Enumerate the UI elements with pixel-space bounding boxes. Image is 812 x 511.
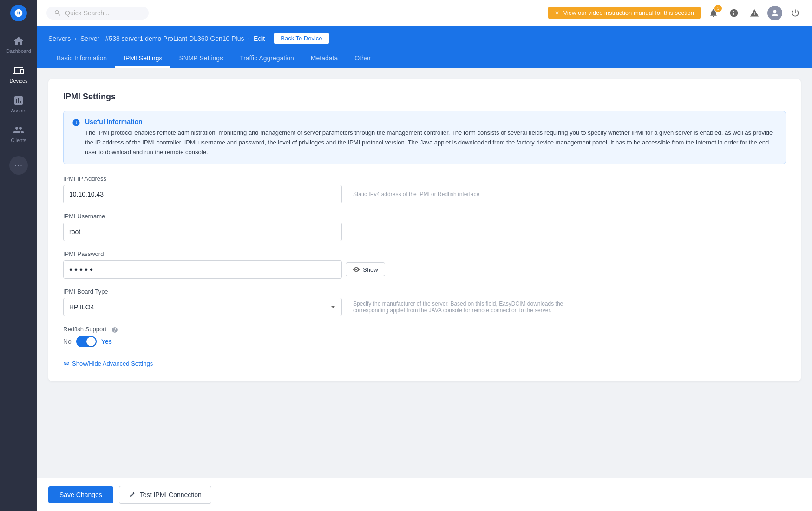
app-logo: [10, 5, 27, 21]
test-ipmi-button[interactable]: Test IPMI Connection: [119, 486, 211, 504]
breadcrumb-sep-2: ›: [248, 35, 250, 42]
video-banner[interactable]: ✕ View our video instruction manual for …: [548, 7, 701, 19]
back-to-device-button[interactable]: Back To Device: [274, 33, 328, 44]
user-avatar[interactable]: [767, 6, 782, 20]
main-content: Quick Search... ✕ View our video instruc…: [37, 0, 812, 511]
toggle-yes-label: Yes: [101, 338, 112, 345]
ipmi-settings-card: IPMI Settings Useful Information The IPM…: [48, 79, 801, 381]
sidebar-item-assets-label: Assets: [11, 108, 26, 113]
video-banner-close[interactable]: ✕: [555, 10, 559, 16]
info-box: Useful Information The IPMI protocol ena…: [63, 111, 786, 164]
breadcrumb-servers[interactable]: Servers: [48, 35, 71, 42]
info-text: The IPMI protocol enables remote adminis…: [85, 128, 777, 157]
sidebar-logo: [0, 0, 37, 26]
breadcrumb-sep-1: ›: [74, 35, 77, 42]
tab-snmp-settings[interactable]: SNMP Settings: [170, 50, 231, 68]
tab-traffic-aggregation[interactable]: Traffic Aggregation: [231, 50, 302, 68]
save-changes-button[interactable]: Save Changes: [48, 486, 113, 503]
ipmi-board-row: HP ILO4 HP ILO3 Dell iDRAC Supermicro Sp…: [63, 298, 786, 316]
ipmi-ip-label: IPMI IP Address: [63, 175, 786, 182]
warning-icon[interactable]: [747, 6, 762, 20]
topbar-right: ✕ View our video instruction manual for …: [548, 6, 803, 20]
notifications-icon[interactable]: 3: [706, 6, 721, 20]
sidebar-nav: Dashboard Devices Assets Clients ···: [0, 26, 37, 175]
redfish-label: Redfish Support: [63, 326, 786, 333]
topbar: Quick Search... ✕ View our video instruc…: [37, 0, 812, 26]
page-title: IPMI Settings: [63, 92, 786, 102]
sidebar-more-button[interactable]: ···: [9, 156, 28, 175]
sidebar: Dashboard Devices Assets Clients ···: [0, 0, 37, 511]
ipmi-password-group: IPMI Password Show: [63, 250, 786, 279]
ipmi-username-label: IPMI Username: [63, 213, 786, 220]
redfish-toggle-row: No Yes: [63, 336, 786, 347]
advanced-settings-link[interactable]: Show/Hide Advanced Settings: [63, 360, 153, 367]
sidebar-item-devices[interactable]: Devices: [0, 59, 37, 89]
ipmi-board-select[interactable]: HP ILO4 HP ILO3 Dell iDRAC Supermicro: [63, 298, 342, 316]
sidebar-item-dashboard-label: Dashboard: [6, 48, 31, 54]
notification-badge: 3: [714, 5, 722, 12]
breadcrumb: Servers › Server - #538 server1.demo Pro…: [48, 33, 801, 44]
video-banner-text: View our video instruction manual for th…: [563, 9, 694, 16]
ipmi-ip-row: Static IPv4 address of the IPMI or Redfi…: [63, 185, 786, 203]
ipmi-ip-hint: Static IPv4 address of the IPMI or Redfi…: [353, 191, 479, 197]
tab-ipmi-settings[interactable]: IPMI Settings: [115, 50, 170, 68]
redfish-help-icon: [111, 327, 118, 333]
sidebar-item-assets[interactable]: Assets: [0, 89, 37, 119]
search-icon: [54, 9, 61, 17]
show-password-button[interactable]: Show: [346, 262, 385, 276]
sidebar-item-clients-label: Clients: [11, 138, 26, 143]
sidebar-item-devices-label: Devices: [9, 78, 27, 84]
info-circle-icon: [72, 118, 80, 157]
ipmi-board-hint: Specify the manufacturer of the server. …: [353, 301, 585, 314]
advanced-settings-text: Show/Hide Advanced Settings: [72, 360, 153, 367]
ipmi-password-label: IPMI Password: [63, 250, 786, 257]
ipmi-username-group: IPMI Username: [63, 213, 786, 241]
toggle-knob: [86, 337, 96, 346]
password-wrapper: Show: [63, 260, 786, 279]
eye-icon: [353, 266, 360, 273]
ipmi-ip-group: IPMI IP Address Static IPv4 address of t…: [63, 175, 786, 203]
search-box[interactable]: Quick Search...: [46, 7, 149, 20]
tabs: Basic Information IPMI Settings SNMP Set…: [48, 50, 801, 68]
sidebar-item-dashboard[interactable]: Dashboard: [0, 30, 37, 59]
tab-other[interactable]: Other: [346, 50, 379, 68]
redfish-toggle[interactable]: [76, 336, 97, 347]
power-icon[interactable]: [788, 6, 803, 20]
search-placeholder: Quick Search...: [65, 9, 110, 17]
tab-basic-information[interactable]: Basic Information: [48, 50, 115, 68]
breadcrumb-edit: Edit: [254, 35, 265, 42]
test-icon: [129, 491, 136, 498]
info-icon[interactable]: [727, 6, 741, 20]
footer: Save Changes Test IPMI Connection: [37, 478, 812, 511]
ipmi-username-input[interactable]: [63, 223, 342, 241]
ipmi-board-label: IPMI Board Type: [63, 288, 786, 295]
show-button-label: Show: [363, 266, 378, 273]
info-title: Useful Information: [85, 118, 777, 125]
sidebar-item-clients[interactable]: Clients: [0, 119, 37, 149]
page-header: Servers › Server - #538 server1.demo Pro…: [37, 26, 812, 68]
ipmi-board-group: IPMI Board Type HP ILO4 HP ILO3 Dell iDR…: [63, 288, 786, 316]
page-content: IPMI Settings Useful Information The IPM…: [37, 68, 812, 478]
tab-metadata[interactable]: Metadata: [302, 50, 346, 68]
toggle-no-label: No: [63, 338, 72, 345]
link-icon: [63, 360, 70, 367]
info-box-content: Useful Information The IPMI protocol ena…: [85, 118, 777, 157]
ipmi-password-input[interactable]: [63, 260, 342, 279]
ipmi-ip-input[interactable]: [63, 185, 342, 203]
redfish-group: Redfish Support No Yes: [63, 326, 786, 347]
breadcrumb-server[interactable]: Server - #538 server1.demo ProLiant DL36…: [80, 35, 244, 42]
test-ipmi-label: Test IPMI Connection: [140, 491, 202, 498]
